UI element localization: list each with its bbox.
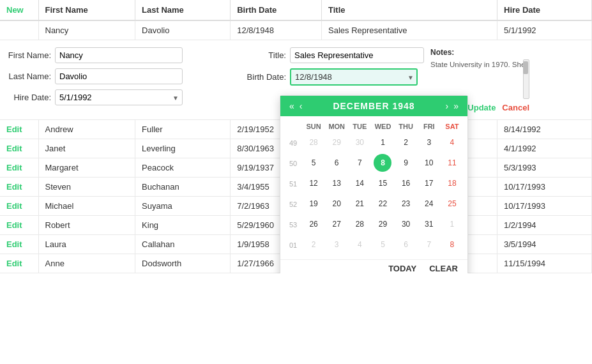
cal-today-button[interactable]: TODAY	[388, 264, 416, 273]
calendar-day[interactable]: 7	[351, 154, 368, 172]
cal-prev-group: « ‹	[287, 101, 305, 111]
calendar-day[interactable]: 6	[397, 236, 415, 254]
first-name-row: First Name:	[5, 47, 235, 63]
calendar-day[interactable]: 9	[397, 154, 415, 172]
edit-button[interactable]: Edit	[6, 259, 22, 268]
cal-prev-year-button[interactable]: «	[287, 101, 297, 111]
cal-sat-header: SAT	[441, 120, 464, 133]
cell-first: Steven	[38, 177, 135, 196]
edit-button[interactable]: Edit	[6, 125, 22, 134]
calendar-day[interactable]: 3	[328, 236, 345, 254]
cell-edit: Edit	[0, 254, 38, 273]
cell-hire: 8/14/1992	[497, 119, 592, 139]
hire-date-select[interactable]: 5/1/1992	[55, 89, 183, 105]
notes-scrollbar[interactable]	[523, 59, 529, 99]
calendar-day[interactable]: 2	[305, 236, 323, 254]
calendar-day[interactable]: 17	[420, 174, 438, 192]
calendar-day[interactable]: 15	[374, 174, 391, 192]
calendar-day[interactable]: 3	[420, 133, 438, 151]
cell-hire: 11/15/1994	[497, 254, 592, 273]
calendar-day[interactable]: 10	[420, 154, 438, 172]
cell-first: Janet	[38, 139, 135, 158]
cal-prev-month-button[interactable]: ‹	[297, 101, 305, 111]
calendar-day[interactable]: 16	[397, 174, 415, 192]
cell-hire: 10/17/1993	[497, 196, 592, 215]
calendar-day[interactable]: 4	[351, 236, 368, 254]
title-row: Title:	[241, 47, 424, 63]
cell-hire: 5/3/1993	[497, 158, 592, 177]
last-name-input[interactable]	[55, 68, 183, 84]
cal-next-month-button[interactable]: ›	[443, 101, 452, 111]
cell-first: Michael	[38, 196, 135, 215]
calendar-day[interactable]: 20	[328, 195, 345, 213]
calendar-day[interactable]: 19	[305, 195, 323, 213]
birth-date-row: Birth Date: ▼ «	[241, 68, 424, 86]
calendar-day[interactable]: 21	[351, 195, 368, 213]
calendar-day[interactable]: 28	[305, 133, 323, 151]
calendar-day[interactable]: 12	[305, 174, 323, 192]
calendar-day[interactable]: 5	[305, 154, 323, 172]
calendar-day[interactable]: 24	[420, 195, 438, 213]
calendar-day[interactable]: 26	[305, 215, 323, 233]
edit-button[interactable]: Edit	[6, 144, 22, 153]
calendar-day[interactable]: 27	[328, 215, 345, 233]
edit-button[interactable]: Edit	[6, 239, 22, 249]
calendar-grid: SUN MON TUE WED THU FRI SAT	[284, 120, 464, 133]
cancel-button[interactable]: Cancel	[502, 103, 529, 112]
col-birth-date: Birth Date	[231, 0, 322, 20]
calendar-day[interactable]: 4	[443, 133, 461, 151]
first-name-label: First Name:	[5, 50, 51, 60]
calendar-day[interactable]: 25	[443, 195, 461, 213]
calendar-day[interactable]: 30	[351, 133, 368, 151]
col-last-name: Last Name	[135, 0, 231, 20]
title-label: Title:	[241, 50, 286, 60]
first-name-input[interactable]	[55, 47, 183, 63]
calendar-day[interactable]: 29	[328, 133, 345, 151]
cell-first-nancy: Nancy	[38, 20, 135, 40]
col-title: Title	[322, 0, 497, 20]
calendar-day[interactable]: 29	[374, 215, 391, 233]
cell-last: Suyama	[135, 196, 231, 215]
edit-inner: First Name: Last Name: Hire Date:	[0, 40, 591, 119]
cell-edit: Edit	[0, 139, 38, 158]
calendar-popup: « ‹ DECEMBER 1948 › »	[280, 95, 468, 273]
calendar-day[interactable]: 31	[420, 215, 438, 233]
cell-edit: Edit	[0, 196, 38, 215]
col-first-name: First Name	[38, 0, 135, 20]
calendar-week-row: 012345678	[284, 235, 464, 255]
calendar-day[interactable]: 13	[328, 174, 345, 192]
calendar-day[interactable]: 11	[443, 154, 461, 172]
edit-button[interactable]: Edit	[6, 163, 22, 172]
week-number: 49	[284, 133, 302, 153]
calendar-day[interactable]: 2	[397, 133, 415, 151]
cal-next-year-button[interactable]: »	[451, 101, 461, 111]
cal-week-header	[284, 120, 302, 133]
edit-button[interactable]: Edit	[6, 201, 22, 211]
calendar-day[interactable]: 1	[374, 133, 391, 151]
col-new: New	[0, 0, 38, 20]
calendar-day[interactable]: 8	[374, 154, 391, 172]
cell-hire: 3/5/1994	[497, 234, 592, 254]
calendar-day[interactable]: 22	[374, 195, 391, 213]
calendar-day[interactable]: 23	[397, 195, 415, 213]
calendar-day[interactable]: 14	[351, 174, 368, 192]
calendar-day[interactable]: 7	[420, 236, 438, 254]
calendar-day[interactable]: 28	[351, 215, 368, 233]
calendar-day[interactable]: 6	[328, 154, 345, 172]
edit-button[interactable]: Edit	[6, 220, 22, 230]
cal-clear-button[interactable]: CLEAR	[429, 264, 458, 273]
cell-last: Dodsworth	[135, 254, 231, 273]
cell-first: Margaret	[38, 158, 135, 177]
hire-date-select-wrap: 5/1/1992 ▼	[55, 89, 183, 105]
cal-mon-header: MON	[325, 120, 348, 133]
birth-date-input[interactable]	[290, 68, 418, 86]
update-button[interactable]: Update	[467, 103, 496, 112]
title-input[interactable]	[290, 47, 424, 63]
calendar-day[interactable]: 5	[374, 236, 391, 254]
edit-button[interactable]: Edit	[6, 182, 22, 192]
calendar-day[interactable]: 1	[443, 215, 461, 233]
calendar-day[interactable]: 8	[443, 236, 461, 254]
week-number: 51	[284, 174, 302, 194]
calendar-day[interactable]: 30	[397, 215, 415, 233]
calendar-day[interactable]: 18	[443, 174, 461, 192]
